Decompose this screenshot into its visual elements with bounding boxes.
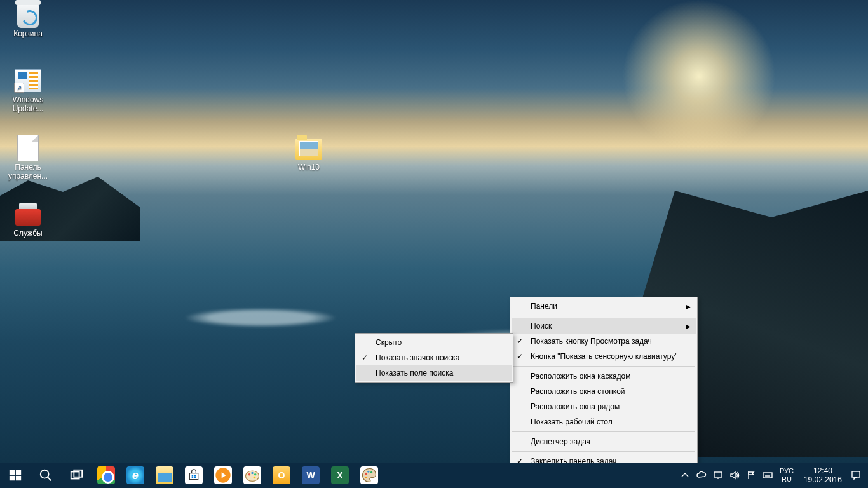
menu-separator <box>512 316 695 316</box>
menu-separator <box>512 451 695 452</box>
menu-item-stack[interactable]: Расположить окна стопкой <box>512 384 696 399</box>
tray-security[interactable] <box>743 463 759 488</box>
submenu-item-show-box[interactable]: Показать поле поиска <box>356 365 512 381</box>
action-center-button[interactable] <box>848 463 864 488</box>
lang-layout: РУС <box>780 467 794 475</box>
taskbar-app-word[interactable]: W <box>296 463 325 488</box>
taskbar-context-menu: Панели ▶ Поиск ▶ ✓ Показать кнопку Просм… <box>510 297 698 486</box>
tray-keyboard[interactable] <box>759 463 776 488</box>
svg-rect-11 <box>192 477 194 479</box>
paint-icon <box>243 466 261 484</box>
show-desktop-button[interactable] <box>864 463 868 488</box>
cloud-icon <box>696 470 707 480</box>
media-player-icon <box>214 466 232 484</box>
desktop-icon-recycle-bin[interactable]: Корзина <box>4 4 52 38</box>
svg-point-19 <box>254 477 256 479</box>
check-icon: ✓ <box>517 337 523 346</box>
menu-label: Панели <box>531 302 557 311</box>
menu-separator <box>512 366 695 367</box>
svg-rect-28 <box>763 473 772 478</box>
svg-point-17 <box>251 472 254 475</box>
desktop-icon-win10-folder[interactable]: Win10 <box>285 135 333 172</box>
menu-label: Поиск <box>531 322 552 330</box>
tray-show-hidden[interactable] <box>677 463 693 488</box>
menu-item-cascade[interactable]: Расположить окна каскадом <box>512 369 696 384</box>
menu-label: Расположить окна стопкой <box>531 387 625 396</box>
task-view-button[interactable] <box>61 463 92 488</box>
search-button[interactable] <box>31 463 61 488</box>
taskbar-app-store[interactable] <box>179 463 208 488</box>
desktop-icon-control-panel[interactable]: Панель управлен... <box>4 135 52 180</box>
desktop-icon-services[interactable]: Службы <box>4 201 52 238</box>
icon-label: Службы <box>4 229 52 238</box>
outlook-icon: O <box>273 466 290 484</box>
menu-label: Показать рабочий стол <box>531 417 613 426</box>
flag-icon <box>746 470 756 480</box>
taskbar-app-paint[interactable] <box>238 463 267 488</box>
submenu-item-hidden[interactable]: Скрыто <box>356 335 512 350</box>
system-tray: РУС RU 12:40 19.02.2016 <box>677 463 868 488</box>
clock[interactable]: 12:40 19.02.2016 <box>797 466 848 484</box>
taskbar-app-media-player[interactable] <box>208 463 238 488</box>
lang-locale: RU <box>780 475 794 484</box>
svg-point-4 <box>41 470 49 478</box>
svg-rect-7 <box>74 470 82 477</box>
submenu-item-show-icon[interactable]: ✓ Показать значок поиска <box>356 350 512 365</box>
store-icon <box>185 466 203 484</box>
svg-point-21 <box>367 471 369 473</box>
tray-volume[interactable] <box>726 463 743 488</box>
tray-onedrive[interactable] <box>693 463 710 488</box>
menu-item-task-manager[interactable]: Диспетчер задач <box>512 434 696 449</box>
menu-label: Кнопка "Показать сенсорную клавиатуру" <box>531 352 678 361</box>
taskbar[interactable]: O W X РУС RU 12:40 19.02.2016 <box>0 463 868 488</box>
search-submenu: Скрыто ✓ Показать значок поиска Показать… <box>355 333 513 383</box>
icon-label: Win10 <box>285 163 333 172</box>
excel-icon: X <box>331 466 349 484</box>
svg-rect-24 <box>714 472 722 477</box>
windows-logo-icon <box>8 468 22 482</box>
menu-item-sidebyside[interactable]: Расположить окна рядом <box>512 399 696 414</box>
chrome-icon <box>97 466 115 484</box>
clock-date: 19.02.2016 <box>804 475 842 484</box>
icon-label: Корзина <box>4 29 52 38</box>
menu-item-show-taskview[interactable]: ✓ Показать кнопку Просмотра задач <box>512 334 696 349</box>
menu-label: Расположить окна рядом <box>531 402 620 411</box>
monitor-icon <box>713 470 723 480</box>
desktop-icon-windows-update[interactable]: ↗ Windows Update... <box>4 67 52 113</box>
svg-rect-33 <box>852 471 860 477</box>
svg-point-20 <box>365 473 367 475</box>
keyboard-icon <box>763 470 773 480</box>
svg-point-18 <box>254 473 257 476</box>
svg-rect-1 <box>16 470 21 475</box>
start-button[interactable] <box>0 463 31 488</box>
menu-label: Расположить окна каскадом <box>531 372 631 381</box>
taskbar-app-outlook[interactable]: O <box>267 463 296 488</box>
menu-item-panels[interactable]: Панели ▶ <box>512 299 696 314</box>
taskbar-app-excel[interactable]: X <box>325 463 355 488</box>
chevron-up-icon <box>680 470 690 480</box>
chevron-right-icon: ▶ <box>686 303 691 310</box>
svg-point-23 <box>365 477 367 478</box>
menu-item-show-touch-keyboard[interactable]: ✓ Кнопка "Показать сенсорную клавиатуру" <box>512 349 696 364</box>
taskbar-app-chrome[interactable] <box>92 463 121 488</box>
check-icon: ✓ <box>517 352 523 361</box>
task-view-icon <box>69 468 83 482</box>
taskbar-app-palette[interactable] <box>355 463 384 488</box>
desktop[interactable]: Корзина ↗ Windows Update... Панель управ… <box>0 0 868 488</box>
language-indicator[interactable]: РУС RU <box>776 467 797 484</box>
svg-rect-0 <box>10 470 15 475</box>
icon-label: Windows Update... <box>4 95 52 113</box>
document-icon <box>15 135 41 161</box>
icon-label: Панель управлен... <box>4 163 52 180</box>
tray-network[interactable] <box>710 463 726 488</box>
menu-item-search[interactable]: Поиск ▶ <box>512 318 696 334</box>
menu-item-show-desktop[interactable]: Показать рабочий стол <box>512 414 696 430</box>
svg-rect-12 <box>194 477 196 479</box>
menu-label: Показать значок поиска <box>376 353 459 362</box>
clock-time: 12:40 <box>804 466 842 475</box>
svg-rect-9 <box>192 475 194 477</box>
svg-rect-10 <box>194 475 196 477</box>
folder-icon <box>295 135 322 161</box>
taskbar-app-explorer[interactable] <box>150 463 179 488</box>
taskbar-app-ie[interactable] <box>121 463 150 488</box>
